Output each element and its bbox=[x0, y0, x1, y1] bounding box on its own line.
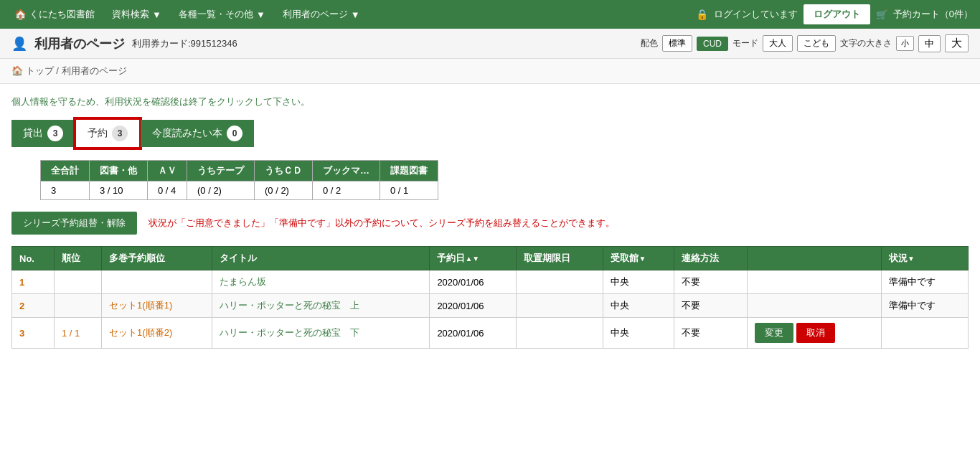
tab-reading-list-label: 今度読みたい本 bbox=[152, 127, 222, 140]
top-navigation: 🏠 くにたち図書館 資料検索 ▼ 各種一覧・その他 ▼ 利用者のページ ▼ 🔒 … bbox=[0, 0, 980, 29]
row1-title: たまらん坂 bbox=[212, 270, 430, 294]
font-size-small-button[interactable]: 小 bbox=[896, 36, 914, 51]
row1-multi-rank bbox=[102, 270, 212, 294]
row2-action bbox=[748, 294, 882, 318]
tabs-container: 貸出 3 予約 3 今度読みたい本 0 bbox=[11, 118, 969, 148]
summary-table: 全合計 図書・他 ＡＶ うちテープ うちＣＤ ブックマ… 課題図書 3 3 / … bbox=[40, 160, 438, 200]
th-title: タイトル bbox=[212, 247, 430, 270]
nav-search[interactable]: 資料検索 ▼ bbox=[105, 2, 169, 27]
table-row: 3 1 / 1 セット1(順番2) ハリー・ポッターと死の秘宝 下 2020/0… bbox=[12, 318, 969, 349]
summary-col-tape: うちテープ bbox=[187, 161, 255, 182]
mode-adult-button[interactable]: 大人 bbox=[763, 35, 793, 52]
font-size-medium-button[interactable]: 中 bbox=[918, 35, 941, 52]
summary-col-total: 全合計 bbox=[41, 161, 90, 182]
th-pickup-deadline: 取置期限日 bbox=[517, 247, 603, 270]
breadcrumb-top-label: トップ bbox=[26, 65, 54, 76]
row3-title-link[interactable]: ハリー・ポッターと死の秘宝 下 bbox=[220, 327, 359, 338]
mode-child-button[interactable]: こども bbox=[797, 35, 836, 52]
row3-action[interactable]: 変更 取消 bbox=[748, 318, 882, 349]
summary-val-bookmark: 0 / 2 bbox=[313, 182, 380, 200]
nav-right: 🔒 ログインしています ログアウト 🛒 予約カート（0件） bbox=[696, 4, 973, 24]
lock-icon: 🔒 bbox=[696, 9, 708, 20]
row2-multi-rank: セット1(順番1) bbox=[102, 294, 212, 318]
row3-title: ハリー・ポッターと死の秘宝 下 bbox=[212, 318, 430, 349]
tab-lending[interactable]: 貸出 3 bbox=[11, 120, 75, 147]
breadcrumb-top-link[interactable]: 🏠 トップ bbox=[11, 65, 56, 76]
reservation-table: No. 順位 多巻予約順位 タイトル 予約日▲▼ 取置期限日 受取館▼ 連絡方法… bbox=[11, 246, 969, 349]
row1-rank bbox=[55, 270, 102, 294]
cud-button[interactable]: CUD bbox=[697, 37, 728, 51]
font-size-large-button[interactable]: 大 bbox=[945, 34, 969, 52]
series-note: 状況が「ご用意できました」「準備中です」以外の予約について、シリーズ予約を組み替… bbox=[149, 217, 615, 230]
user-page-dropdown-icon: ▼ bbox=[351, 9, 360, 20]
th-status[interactable]: 状況▼ bbox=[881, 247, 968, 270]
summary-val-books: 3 / 10 bbox=[90, 182, 148, 200]
row3-reserve-date: 2020/01/06 bbox=[430, 318, 517, 349]
th-action bbox=[748, 247, 882, 270]
summary-col-cd: うちＣＤ bbox=[255, 161, 313, 182]
th-reserve-date[interactable]: 予約日▲▼ bbox=[430, 247, 517, 270]
mode-label: モード bbox=[732, 37, 758, 50]
row3-pickup-deadline bbox=[517, 318, 603, 349]
various-dropdown-icon: ▼ bbox=[256, 9, 265, 20]
row3-set-link[interactable]: セット1(順番2) bbox=[109, 327, 172, 338]
summary-col-av: ＡＶ bbox=[148, 161, 187, 182]
tab-reservation-label: 予約 bbox=[88, 127, 108, 140]
row2-status: 準備中です bbox=[881, 294, 968, 318]
row2-no: 2 bbox=[12, 294, 55, 318]
summary-table-area: 全合計 図書・他 ＡＶ うちテープ うちＣＤ ブックマ… 課題図書 3 3 / … bbox=[40, 160, 940, 200]
row3-rank: 1 / 1 bbox=[55, 318, 102, 349]
tab-reservation-badge: 3 bbox=[112, 126, 128, 141]
nav-various[interactable]: 各種一覧・その他 ▼ bbox=[171, 2, 273, 27]
header-bar: 👤 利用者のページ 利用券カード:991512346 配色 標準 CUD モード… bbox=[0, 29, 980, 59]
row3-rank-value: 1 / 1 bbox=[62, 328, 80, 339]
page-title: 利用者のページ bbox=[34, 35, 125, 52]
row2-set-link[interactable]: セット1(順番1) bbox=[109, 300, 172, 311]
breadcrumb-current: 利用者のページ bbox=[62, 65, 127, 76]
row1-status: 準備中です bbox=[881, 270, 968, 294]
logout-button[interactable]: ログアウト bbox=[804, 4, 870, 24]
th-pickup-location[interactable]: 受取館▼ bbox=[603, 247, 674, 270]
row1-reserve-date: 2020/01/06 bbox=[430, 270, 517, 294]
row2-reserve-date: 2020/01/06 bbox=[430, 294, 517, 318]
nav-home-label: くにたち図書館 bbox=[29, 8, 95, 21]
table-row: 1 たまらん坂 2020/01/06 中央 不要 準備中です bbox=[12, 270, 969, 294]
color-standard-button[interactable]: 標準 bbox=[662, 35, 692, 52]
nav-home[interactable]: 🏠 くにたち図書館 bbox=[7, 2, 102, 27]
row2-pickup-deadline bbox=[517, 294, 603, 318]
user-icon: 👤 bbox=[11, 36, 27, 52]
font-size-label: 文字の大きさ bbox=[840, 37, 892, 50]
nav-user-page-label: 利用者のページ bbox=[283, 8, 348, 21]
tab-reading-list[interactable]: 今度読みたい本 0 bbox=[141, 120, 254, 147]
row1-contact: 不要 bbox=[674, 270, 748, 294]
nav-various-label: 各種一覧・その他 bbox=[179, 8, 253, 21]
th-multi-rank: 多巻予約順位 bbox=[102, 247, 212, 270]
nav-left: 🏠 くにたち図書館 資料検索 ▼ 各種一覧・その他 ▼ 利用者のページ ▼ bbox=[7, 2, 696, 27]
summary-val-total: 3 bbox=[41, 182, 90, 200]
tab-lending-badge: 3 bbox=[47, 126, 63, 141]
row3-change-button[interactable]: 変更 bbox=[755, 323, 793, 343]
series-button[interactable]: シリーズ予約組替・解除 bbox=[11, 212, 137, 235]
row3-cancel-button[interactable]: 取消 bbox=[796, 323, 835, 343]
search-dropdown-icon: ▼ bbox=[152, 9, 161, 20]
th-no: No. bbox=[12, 247, 55, 270]
row1-title-link[interactable]: たまらん坂 bbox=[220, 276, 266, 287]
row2-contact: 不要 bbox=[674, 294, 748, 318]
tab-reading-list-badge: 0 bbox=[227, 126, 242, 141]
cart-label[interactable]: 予約カート（0件） bbox=[893, 8, 973, 21]
breadcrumb-separator: / bbox=[56, 65, 59, 76]
nav-user-page[interactable]: 利用者のページ ▼ bbox=[275, 2, 367, 27]
tab-reservation[interactable]: 予約 3 bbox=[75, 118, 141, 148]
row2-title-link[interactable]: ハリー・ポッターと死の秘宝 上 bbox=[220, 300, 359, 311]
reserve-date-sort-icon: ▲▼ bbox=[465, 255, 479, 263]
summary-col-books: 図書・他 bbox=[90, 161, 148, 182]
pickup-location-sort-icon: ▼ bbox=[639, 255, 646, 263]
row1-pickup-deadline bbox=[517, 270, 603, 294]
row3-pickup-location: 中央 bbox=[603, 318, 674, 349]
nav-search-label: 資料検索 bbox=[112, 8, 149, 21]
tab-lending-label: 貸出 bbox=[23, 127, 43, 140]
table-header-row: No. 順位 多巻予約順位 タイトル 予約日▲▼ 取置期限日 受取館▼ 連絡方法… bbox=[12, 247, 969, 270]
summary-val-assignment: 0 / 1 bbox=[380, 182, 438, 200]
summary-col-bookmark: ブックマ… bbox=[313, 161, 380, 182]
row3-multi-rank: セット1(順番2) bbox=[102, 318, 212, 349]
